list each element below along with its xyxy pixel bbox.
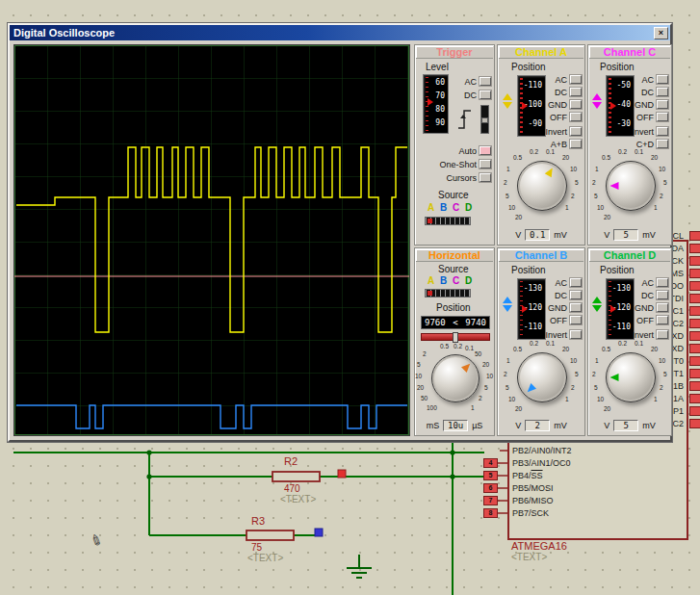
knob-scale-label: 2 — [660, 193, 663, 199]
channel-a-position-arrows[interactable] — [503, 89, 512, 114]
trigger-dc-button[interactable] — [480, 91, 491, 99]
chip-name[interactable]: ATMEGA16 — [511, 540, 567, 552]
knob-scale-label: 10 — [508, 204, 515, 211]
junction-dot — [146, 474, 151, 479]
knob-scale-label: 2 — [592, 371, 596, 377]
slider-pointer[interactable] — [610, 102, 616, 110]
channel-c-gnd-button[interactable] — [657, 100, 668, 109]
channel-c-ac-button[interactable] — [657, 75, 668, 84]
channel-d-gnd-button[interactable] — [657, 303, 668, 312]
pin-label-pb6: PB6/MISO — [512, 496, 554, 505]
channel-d-invert-button[interactable] — [657, 330, 668, 339]
trigger-header: Trigger — [416, 46, 493, 59]
channel-d-off-button[interactable] — [657, 316, 668, 324]
one-shot-button[interactable] — [480, 160, 491, 168]
horizontal-source-slider[interactable] — [425, 289, 471, 298]
channel-b-dc-button[interactable] — [570, 291, 582, 299]
channel-a-gnd-button[interactable] — [570, 100, 582, 109]
slider-handle[interactable] — [453, 332, 458, 343]
position-label: Position — [511, 62, 546, 72]
red-marker[interactable] — [338, 470, 346, 478]
trigger-cursors-row: Cursors — [446, 172, 491, 183]
channel-c-position-slider[interactable]: -50 -40 -30 — [606, 75, 635, 137]
knob-scale-label: 10 — [570, 166, 577, 172]
knob-scale-label: 1 — [471, 404, 475, 411]
knob-scale-label: 1 — [506, 166, 510, 172]
knob-scale-label: 10 — [659, 166, 665, 172]
invert-label: Invert — [545, 330, 567, 340]
channel-b-gnd-button[interactable] — [570, 303, 582, 312]
channel-b-off-button[interactable] — [570, 316, 582, 324]
channel-c-off-button[interactable] — [657, 113, 668, 121]
horizontal-position-slider[interactable] — [421, 333, 490, 341]
channel-d-position-slider[interactable]: -130 -120 -110 — [606, 278, 635, 340]
knob-scale-label: 1 — [506, 357, 510, 364]
trigger-source-slider[interactable] — [425, 217, 471, 225]
trigger-dc-row: DC — [464, 90, 491, 100]
channel-b-position-slider[interactable]: -130 -120 -110 — [517, 278, 546, 340]
unit-mv: mV — [642, 421, 656, 430]
gnd-label: GND — [635, 100, 654, 110]
position-label: Position — [600, 62, 635, 72]
channel-c-dc-button[interactable] — [657, 88, 668, 96]
channel-a-sum-button[interactable] — [570, 140, 582, 148]
knob-scale-label: 10 — [486, 373, 493, 379]
cursors-label: Cursors — [446, 173, 477, 183]
r2-ref[interactable]: R2 — [284, 455, 298, 467]
channel-a-off-button[interactable] — [570, 113, 582, 121]
channel-d-dc-button[interactable] — [657, 291, 668, 299]
r3-text: <TEXT> — [247, 553, 283, 563]
trigger-edge-icon[interactable] — [455, 105, 477, 134]
knob-scale-label: 10 — [597, 204, 604, 211]
close-button[interactable]: × — [654, 27, 668, 39]
channel-b-position-arrows[interactable] — [503, 292, 512, 317]
trigger-level-slider[interactable]: 60 70 80 90 — [423, 74, 449, 134]
ground-symbol[interactable] — [347, 555, 372, 578]
channel-c-gain-knob[interactable] — [606, 161, 656, 211]
auto-button[interactable] — [480, 146, 491, 155]
oscilloscope-window: Digital Oscilloscope × Trigger — [8, 23, 672, 442]
knob-pointer — [545, 166, 556, 177]
channel-b-invert-button[interactable] — [570, 330, 582, 339]
r3-ref[interactable]: R3 — [251, 515, 265, 527]
channel-c-invert-button[interactable] — [657, 127, 668, 136]
knob-scale-label: 5 — [594, 384, 598, 391]
channel-a-ac-button[interactable] — [570, 75, 582, 84]
r3-value[interactable]: 75 — [251, 542, 262, 553]
channel-a-gain-knob[interactable] — [517, 161, 567, 211]
slider-pointer[interactable] — [610, 305, 616, 313]
trigger-edge-slider[interactable] — [480, 105, 489, 134]
channel-c-position-arrows[interactable] — [592, 89, 602, 114]
channel-c-scale-value: 5 — [613, 229, 638, 241]
blue-marker[interactable] — [315, 529, 323, 536]
channel-d-position-arrows[interactable] — [592, 292, 602, 317]
resistor-r2[interactable] — [272, 472, 320, 481]
channel-a-invert-button[interactable] — [570, 127, 582, 136]
knob-pointer — [461, 361, 473, 373]
slider-pointer[interactable] — [428, 98, 433, 106]
channel-a-dc-button[interactable] — [570, 88, 582, 96]
source-d: D — [465, 275, 472, 286]
slider-pointer[interactable] — [522, 305, 528, 313]
pin-label-pb5: PB5/MOSI — [512, 483, 554, 493]
resistor-r3[interactable] — [246, 530, 294, 540]
channel-d-ac-button[interactable] — [657, 278, 668, 287]
slider-handle[interactable] — [481, 117, 488, 123]
trigger-ac-button[interactable] — [480, 77, 491, 86]
channel-a-position-slider[interactable]: -110 -100 -90 — [517, 75, 546, 137]
proteus-workspace: R2 470 <TEXT> R3 75 <TEXT> ATMEGA16 <TEX… — [0, 0, 700, 595]
channel-b-ac-button[interactable] — [570, 278, 582, 287]
r2-value[interactable]: 470 — [284, 483, 300, 494]
cursors-button[interactable] — [480, 173, 491, 182]
channel-c-scale-row: V 5 mV — [588, 229, 671, 241]
channel-d-gain-knob[interactable] — [606, 352, 656, 402]
ac-label: AC — [555, 75, 567, 85]
horizontal-timebase-knob[interactable] — [431, 354, 480, 402]
window-titlebar[interactable]: Digital Oscilloscope × — [10, 25, 670, 40]
trigger-oneshot-row: One-Shot — [439, 159, 491, 169]
knob-scale-label: 5 — [594, 193, 598, 199]
tick-label: -100 — [517, 100, 542, 109]
channel-b-gain-knob[interactable] — [517, 352, 567, 402]
channel-c-sum-button[interactable] — [657, 140, 668, 148]
slider-pointer[interactable] — [522, 102, 528, 110]
